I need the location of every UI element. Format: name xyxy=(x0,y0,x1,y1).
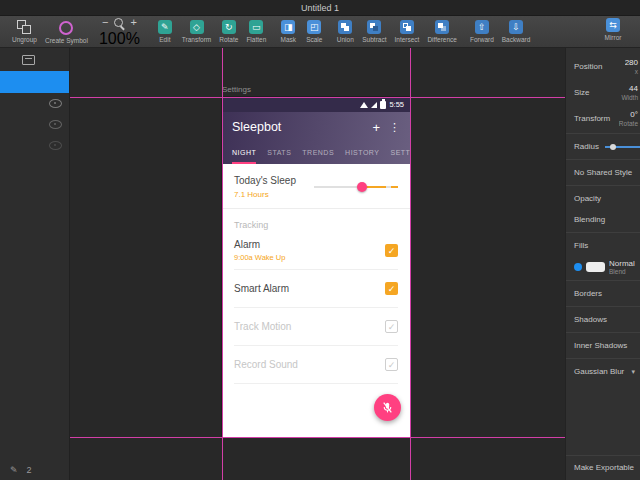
subtract-icon xyxy=(367,20,381,34)
sketch-window: Untitled 1 Ungroup Create Symbol − + 100… xyxy=(0,0,640,480)
divider xyxy=(566,159,640,160)
toolbar-label: Transform xyxy=(182,36,211,43)
radius-label: Radius xyxy=(574,142,599,151)
difference-icon xyxy=(435,20,449,34)
difference-button[interactable]: Difference xyxy=(427,20,457,43)
flatten-button[interactable]: ▭ Flatten xyxy=(246,20,266,43)
divider xyxy=(566,133,640,134)
backward-button[interactable]: ⇩ Backward xyxy=(502,20,531,43)
layer-item[interactable] xyxy=(0,135,69,156)
fill-row: Normal Blend xyxy=(566,256,640,278)
chevron-down-icon: ▾ xyxy=(631,368,640,376)
checkbox-checked[interactable]: ✓ xyxy=(385,282,398,295)
today-sleep-value: 7.1 Hours xyxy=(234,190,296,199)
size-value[interactable]: 44 xyxy=(621,84,638,93)
record-fab-button[interactable] xyxy=(374,394,401,421)
phone-statusbar: 5:55 xyxy=(222,97,410,112)
transform-icon: ◇ xyxy=(190,20,204,34)
canvas[interactable]: Settings 5:55 Sleepbot + ⋮ NIGH xyxy=(70,48,565,480)
checkbox-checked[interactable]: ✓ xyxy=(385,244,398,257)
backward-icon: ⇩ xyxy=(509,20,523,34)
edit-icon: ✎ xyxy=(158,20,172,34)
position-sub: x xyxy=(625,68,638,75)
zoom-controls: − + 100% xyxy=(99,16,140,48)
fill-color-swatch[interactable] xyxy=(574,263,582,271)
pages-icon[interactable] xyxy=(22,55,35,65)
transform-button[interactable]: ◇ Transform xyxy=(182,20,211,43)
artboard-title[interactable]: Settings xyxy=(222,85,251,94)
intersect-icon xyxy=(400,20,414,34)
toolbar-label: Mirror xyxy=(605,34,622,41)
size-row: Size 44 Width xyxy=(566,79,640,105)
union-icon xyxy=(338,20,352,34)
layer-item[interactable] xyxy=(0,114,69,135)
divider xyxy=(566,232,640,233)
window-titlebar: Untitled 1 xyxy=(0,0,640,16)
radius-slider[interactable] xyxy=(605,146,640,148)
sleep-slider[interactable] xyxy=(314,181,398,193)
item-label: Record Sound xyxy=(234,359,298,370)
pencil-icon[interactable]: ✎ xyxy=(10,465,18,475)
slider-thumb[interactable] xyxy=(357,182,367,192)
list-item-smart-alarm[interactable]: Smart Alarm ✓ xyxy=(234,270,398,308)
create-symbol-button[interactable]: Create Symbol xyxy=(45,20,88,44)
edit-button[interactable]: ✎ Edit xyxy=(156,20,174,43)
clock-text: 5:55 xyxy=(389,100,404,109)
scale-button[interactable]: ◰ Scale xyxy=(305,20,323,43)
gaussian-blur-row[interactable]: Gaussian Blur ▾ xyxy=(566,361,640,382)
layer-count: 2 xyxy=(27,465,32,475)
layer-item-selected[interactable] xyxy=(0,71,69,93)
blending-row[interactable]: Blending xyxy=(566,209,640,230)
mirror-button[interactable]: ⇆ Mirror xyxy=(604,18,622,41)
toolbar-label: Intersect xyxy=(394,36,419,43)
zoom-in-button[interactable]: + xyxy=(130,17,136,28)
make-exportable-button[interactable]: Make Exportable xyxy=(566,455,640,480)
tab-bar: NIGHT STATS TRENDS HISTORY SETTINGS xyxy=(222,142,410,164)
layer-item[interactable] xyxy=(0,93,69,114)
shared-style-row[interactable]: No Shared Style xyxy=(566,162,640,183)
item-text: Alarm 9:00a Wake Up xyxy=(234,239,285,262)
eye-icon[interactable] xyxy=(49,99,62,108)
tab-settings[interactable]: SETTINGS xyxy=(390,142,410,164)
guide-line-vertical-right xyxy=(410,48,411,480)
overflow-menu-icon[interactable]: ⋮ xyxy=(389,122,400,133)
eye-icon[interactable] xyxy=(49,141,62,150)
tab-night[interactable]: NIGHT xyxy=(232,142,256,164)
zoom-out-button[interactable]: − xyxy=(102,17,108,28)
forward-icon: ⇧ xyxy=(475,20,489,34)
rotate-icon: ↻ xyxy=(222,20,236,34)
fills-label: Fills xyxy=(574,241,588,250)
signal-icon xyxy=(371,102,377,108)
size-sub: Width xyxy=(621,94,638,101)
union-button[interactable]: Union xyxy=(336,20,354,43)
eye-icon[interactable] xyxy=(49,120,62,129)
intersect-button[interactable]: Intersect xyxy=(394,20,419,43)
ungroup-button[interactable]: Ungroup xyxy=(12,20,37,43)
toolbar-label: Subtract xyxy=(362,36,386,43)
position-row: Position 280 x xyxy=(566,53,640,79)
add-icon[interactable]: + xyxy=(372,121,380,134)
subtract-button[interactable]: Subtract xyxy=(362,20,386,43)
list-item-alarm[interactable]: Alarm 9:00a Wake Up ✓ xyxy=(234,232,398,270)
list-item-record-sound[interactable]: Record Sound ✓ xyxy=(234,346,398,384)
artboard-settings[interactable]: 5:55 Sleepbot + ⋮ NIGHT STATS TRENDS HIS… xyxy=(222,97,410,437)
forward-button[interactable]: ⇧ Forward xyxy=(470,20,494,43)
position-value[interactable]: 280 xyxy=(625,58,638,67)
transform-value[interactable]: 0° xyxy=(619,110,638,119)
tab-trends[interactable]: TRENDS xyxy=(302,142,334,164)
mask-button[interactable]: ◨ Mask xyxy=(279,20,297,43)
toolbar-label: Rotate xyxy=(219,36,238,43)
blending-label: Blending xyxy=(574,215,605,224)
app-content: Today's Sleep 7.1 Hours Tracking Alarm 9 xyxy=(222,164,410,437)
toolbar-label: Ungroup xyxy=(12,36,37,43)
checkbox-disabled[interactable]: ✓ xyxy=(385,320,398,333)
fill-blend-mode[interactable]: Normal xyxy=(609,259,635,268)
item-label: Smart Alarm xyxy=(234,283,289,294)
list-item-track-motion[interactable]: Track Motion ✓ xyxy=(234,308,398,346)
rotate-button[interactable]: ↻ Rotate xyxy=(219,20,238,43)
radius-slider-knob[interactable] xyxy=(610,144,616,150)
fill-toggle[interactable] xyxy=(586,262,605,272)
tab-stats[interactable]: STATS xyxy=(267,142,291,164)
checkbox-disabled[interactable]: ✓ xyxy=(385,358,398,371)
tab-history[interactable]: HISTORY xyxy=(345,142,379,164)
